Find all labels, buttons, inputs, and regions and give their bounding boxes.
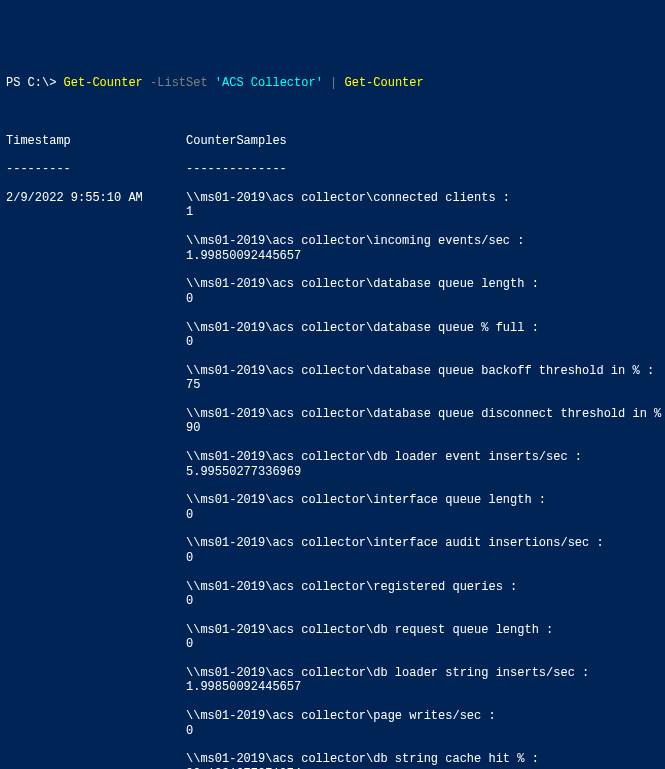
string-acs-collector: 'ACS Collector'	[215, 76, 323, 90]
command-line: PS C:\> Get-Counter -ListSet 'ACS Collec…	[6, 76, 659, 90]
counter-samples-block: \\ms01-2019\acs collector\connected clie…	[186, 191, 665, 769]
terminal-output: PS C:\> Get-Counter -ListSet 'ACS Collec…	[6, 62, 659, 769]
pipe-operator: |	[323, 76, 345, 90]
header-countersamples: CounterSamples	[186, 134, 659, 148]
separator-timestamp: ---------	[6, 162, 186, 176]
blank-line	[6, 105, 659, 119]
header-timestamp: Timestamp	[6, 134, 186, 148]
separator-countersamples: --------------	[186, 162, 659, 176]
ps-prompt: PS C:\>	[6, 76, 64, 90]
data-row: 2/9/2022 9:55:10 AM\\ms01-2019\acs colle…	[6, 191, 659, 769]
timestamp-value: 2/9/2022 9:55:10 AM	[6, 191, 186, 205]
separator-row: -----------------------	[6, 162, 659, 176]
header-row: TimestampCounterSamples	[6, 134, 659, 148]
cmdlet-get-counter-2: Get-Counter	[344, 76, 423, 90]
cmdlet-get-counter: Get-Counter	[64, 76, 143, 90]
param-listset: -ListSet	[143, 76, 215, 90]
